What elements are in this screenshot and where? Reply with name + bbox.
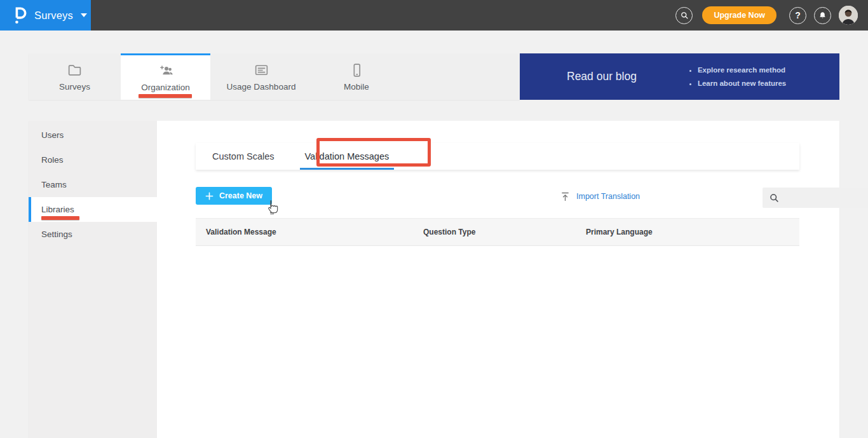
banner-title: Read our blog <box>567 70 637 83</box>
content-tabs: Custom Scales Validation Messages <box>196 143 799 170</box>
blog-banner[interactable]: Read our blog Explore research method Le… <box>520 53 839 100</box>
sidebar-item-label: Users <box>41 130 64 140</box>
nav-tab-usage-dashboard[interactable]: Usage Dashboard <box>210 53 312 100</box>
add-people-icon <box>158 63 174 79</box>
sidebar-item-label: Libraries <box>41 205 74 214</box>
nav-tab-label: Mobile <box>344 82 369 92</box>
sidebar-item-teams[interactable]: Teams <box>29 172 157 197</box>
annotation-underline-libraries <box>41 216 79 220</box>
table-body-empty <box>196 247 799 431</box>
questionpro-logo-icon <box>13 5 28 25</box>
plus-icon <box>205 192 214 200</box>
banner-bullet: Explore research method <box>698 64 786 77</box>
sidebar-item-settings[interactable]: Settings <box>29 222 157 247</box>
nav-tab-organization[interactable]: Organization <box>121 53 210 100</box>
import-translation-label: Import Translation <box>576 192 640 201</box>
column-header-validation-message: Validation Message <box>206 219 276 245</box>
nav-tab-label: Usage Dashboard <box>227 82 296 92</box>
product-switcher[interactable]: Surveys <box>0 0 91 31</box>
content-panel: Custom Scales Validation Messages Create… <box>157 121 839 438</box>
folder-icon <box>67 62 83 78</box>
product-label: Surveys <box>34 10 73 22</box>
active-tab-indicator <box>300 168 395 170</box>
tab-custom-scales[interactable]: Custom Scales <box>197 143 290 170</box>
annotation-underline-organization <box>139 94 192 98</box>
sidebar-item-users[interactable]: Users <box>29 123 157 147</box>
import-translation-link[interactable]: Import Translation <box>560 191 640 202</box>
banner-bullet-list: Explore research method Learn about new … <box>698 64 786 90</box>
topbar: Surveys Upgrade Now ? <box>0 0 868 31</box>
search-icon <box>679 10 689 20</box>
mobile-icon <box>349 62 365 78</box>
create-new-button[interactable]: Create New <box>196 187 272 205</box>
nav-tab-mobile[interactable]: Mobile <box>312 53 401 100</box>
upload-icon <box>560 191 571 202</box>
notifications-button[interactable] <box>814 7 831 24</box>
avatar[interactable] <box>839 6 858 25</box>
table-search <box>763 188 868 208</box>
chevron-down-icon <box>81 13 87 17</box>
nav-tab-label: Surveys <box>59 82 90 92</box>
bell-icon <box>818 11 827 20</box>
tab-label: Custom Scales <box>212 151 275 161</box>
sidebar-item-label: Teams <box>41 180 67 189</box>
nav-tab-label: Organization <box>141 83 190 92</box>
nav-tab-surveys[interactable]: Surveys <box>29 53 121 100</box>
question-mark-icon: ? <box>795 11 801 20</box>
sidebar-item-label: Roles <box>41 155 64 165</box>
create-new-label: Create New <box>219 191 262 200</box>
sidebar: Users Roles Teams Libraries Settings <box>29 121 157 438</box>
column-header-question-type: Question Type <box>423 219 475 245</box>
topbar-actions: Upgrade Now ? <box>675 0 858 31</box>
sidebar-item-roles[interactable]: Roles <box>29 147 157 172</box>
table-search-input[interactable] <box>785 188 868 208</box>
column-header-primary-language: Primary Language <box>586 219 653 245</box>
dashboard-icon <box>254 62 269 78</box>
sidebar-item-label: Settings <box>41 229 72 239</box>
primary-nav: Surveys Organization Usage Dashboard <box>29 53 520 100</box>
sidebar-item-libraries[interactable]: Libraries <box>29 197 157 222</box>
table-header-row: Validation Message Question Type Primary… <box>196 218 799 246</box>
tab-validation-messages[interactable]: Validation Messages <box>290 143 405 170</box>
global-search-button[interactable] <box>675 7 693 24</box>
upgrade-now-button[interactable]: Upgrade Now <box>702 6 776 24</box>
help-button[interactable]: ? <box>789 7 806 24</box>
tab-label: Validation Messages <box>305 151 390 161</box>
main-card: Users Roles Teams Libraries Settings Cus… <box>29 121 839 438</box>
banner-bullet: Learn about new features <box>698 77 786 90</box>
search-icon <box>769 193 780 203</box>
